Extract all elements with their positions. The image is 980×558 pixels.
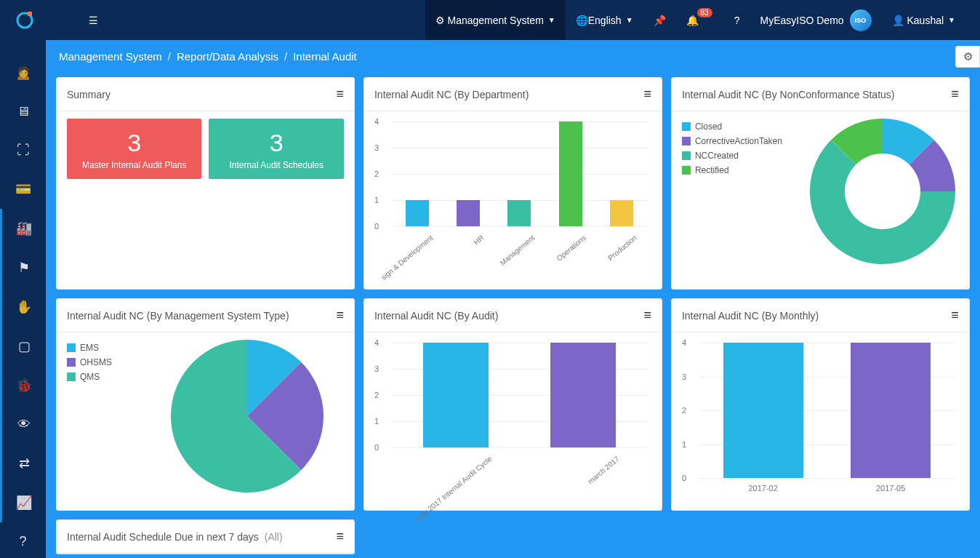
globe-icon: 🌐 bbox=[576, 15, 588, 26]
x-category: Management bbox=[499, 234, 537, 267]
sidebar-person-icon[interactable]: 🙍 bbox=[0, 53, 46, 92]
nav-management-system[interactable]: ⚙ Management System▼ bbox=[425, 0, 566, 40]
legend-item: Rectified bbox=[682, 165, 806, 175]
panel-title: Internal Audit NC (By Management System … bbox=[67, 310, 289, 322]
panel-title: Internal Audit Schedule Due in next 7 da… bbox=[67, 531, 283, 543]
sidebar-help-icon[interactable]: ? bbox=[0, 522, 46, 558]
x-category: sign & Development bbox=[379, 234, 434, 282]
panel-menu-icon[interactable]: ≡ bbox=[643, 308, 651, 323]
tile-number: 3 bbox=[213, 129, 339, 157]
user-label: Kaushal bbox=[907, 15, 944, 26]
chart-audit: 01234uary 2017 Internal Audit Cyclemarch… bbox=[374, 340, 651, 500]
page-settings-button[interactable]: ⚙ bbox=[955, 46, 980, 68]
legend-item: CorrectiveActionTaken bbox=[682, 136, 806, 146]
panel-monthly: Internal Audit NC (By Monthly) ≡ 0123420… bbox=[671, 298, 970, 511]
tile-schedules[interactable]: 3 Internal Audit Schedules bbox=[209, 119, 343, 179]
bar bbox=[550, 343, 616, 447]
pin-icon: 📌 bbox=[654, 15, 666, 26]
panel-dept: Internal Audit NC (By Department) ≡ 0123… bbox=[364, 77, 662, 290]
svg-point-2 bbox=[845, 154, 920, 229]
panel-title: Internal Audit NC (By NonConformance Sta… bbox=[682, 89, 895, 100]
chart-mstype bbox=[150, 340, 344, 500]
nav-language[interactable]: 🌐English▼ bbox=[566, 0, 643, 40]
chevron-down-icon: ▼ bbox=[948, 16, 955, 24]
chart-monthly: 012342017-022017-05 bbox=[682, 340, 959, 500]
legend-item: NCCreated bbox=[682, 151, 806, 161]
panel-menu-icon[interactable]: ≡ bbox=[336, 87, 344, 102]
panel-menu-icon[interactable]: ≡ bbox=[336, 529, 344, 544]
sidebar-industry-icon[interactable]: 🏭 bbox=[0, 209, 46, 248]
tile-master-plans[interactable]: 3 Master Internal Audit Plans bbox=[67, 119, 201, 179]
demo-label: MyEasyISO Demo bbox=[760, 15, 843, 26]
panel-audit: Internal Audit NC (By Audit) ≡ 01234uary… bbox=[364, 298, 662, 511]
chart-dept: 01234sign & DevelopmentHRManagementOpera… bbox=[374, 119, 651, 279]
bar bbox=[507, 200, 531, 226]
tile-number: 3 bbox=[71, 129, 197, 157]
bar bbox=[610, 200, 633, 226]
top-navbar: ☰ ⚙ Management System▼ 🌐English▼ 📌 🔔83 ?… bbox=[0, 0, 980, 40]
legend-item: OHSMS bbox=[67, 357, 150, 367]
breadcrumb: Management System / Report/Data Analysis… bbox=[46, 40, 980, 73]
chart-status bbox=[806, 119, 959, 279]
tile-label: Internal Audit Schedules bbox=[213, 160, 339, 170]
nav-notifications[interactable]: 🔔83 bbox=[676, 0, 724, 40]
sidebar-monitor-icon[interactable]: 🖥 bbox=[0, 92, 46, 131]
sidebar-card-icon[interactable]: 💳 bbox=[0, 170, 46, 209]
bell-icon: 🔔 bbox=[686, 15, 699, 26]
bar bbox=[423, 343, 489, 447]
panel-title: Internal Audit NC (By Audit) bbox=[374, 310, 498, 322]
x-category: uary 2017 Internal Audit Cycle bbox=[414, 455, 493, 523]
sidebar-bug-icon[interactable]: 🐞 bbox=[0, 366, 46, 405]
app-logo bbox=[15, 10, 35, 31]
panel-menu-icon[interactable]: ≡ bbox=[951, 87, 959, 102]
help-icon: ? bbox=[734, 15, 740, 26]
bar bbox=[723, 343, 803, 478]
gear-icon: ⚙ bbox=[435, 15, 445, 26]
sidebar: 🙍 🖥 ⛶ 💳 🏭 ⚑ ✋ ▢ 🐞 👁 ⇄ 📈 ? bbox=[0, 40, 46, 558]
panel-menu-icon[interactable]: ≡ bbox=[643, 87, 651, 102]
chevron-down-icon: ▼ bbox=[626, 16, 633, 24]
nav-user[interactable]: 👤 Kaushal▼ bbox=[882, 0, 965, 40]
breadcrumb-3: Internal Audit bbox=[293, 50, 357, 63]
x-category: 2017-05 bbox=[827, 484, 955, 493]
nav-demo[interactable]: MyEasyISO Demo ISO bbox=[750, 0, 881, 40]
panel-summary: Summary ≡ 3 Master Internal Audit Plans … bbox=[56, 77, 355, 290]
breadcrumb-2[interactable]: Report/Data Analysis bbox=[177, 50, 278, 63]
panel-title: Internal Audit NC (By Department) bbox=[374, 89, 529, 100]
chevron-down-icon: ▼ bbox=[548, 16, 555, 24]
x-category: 2017-02 bbox=[699, 484, 827, 493]
collapse-icon[interactable]: ☰ bbox=[79, 0, 108, 40]
gear-icon: ⚙ bbox=[963, 50, 973, 63]
legend-item: QMS bbox=[67, 372, 150, 382]
panel-title: Summary bbox=[67, 89, 111, 100]
sidebar-hand-icon[interactable]: ✋ bbox=[0, 287, 46, 327]
notification-badge: 83 bbox=[697, 8, 712, 17]
tile-label: Master Internal Audit Plans bbox=[71, 160, 197, 170]
legend-mstype: EMSOHSMSQMS bbox=[67, 340, 150, 500]
panel-status: Internal Audit NC (By NonConformance Sta… bbox=[671, 77, 970, 290]
legend-status: ClosedCorrectiveActionTakenNCCreatedRect… bbox=[682, 119, 806, 279]
org-avatar: ISO bbox=[850, 9, 872, 31]
legend-item: Closed bbox=[682, 121, 806, 132]
panel-menu-icon[interactable]: ≡ bbox=[951, 308, 959, 323]
breadcrumb-sep: / bbox=[284, 50, 287, 63]
bar bbox=[406, 200, 429, 226]
nav-help[interactable]: ? bbox=[724, 0, 750, 40]
nav-pin[interactable]: 📌 bbox=[643, 0, 676, 40]
breadcrumb-sep: / bbox=[168, 50, 171, 63]
sidebar-eye-icon[interactable]: 👁 bbox=[0, 405, 46, 444]
sidebar-flag-icon[interactable]: ⚑ bbox=[0, 248, 46, 287]
nav-ms-label: Management System bbox=[448, 15, 544, 26]
x-category: Production bbox=[606, 234, 638, 262]
sidebar-transfer-icon[interactable]: ⇄ bbox=[0, 444, 46, 483]
legend-item: EMS bbox=[67, 343, 150, 353]
breadcrumb-1[interactable]: Management System bbox=[59, 50, 162, 63]
sidebar-chart-icon[interactable]: 📈 bbox=[0, 483, 46, 522]
sidebar-object-icon[interactable]: ⛶ bbox=[0, 131, 46, 170]
svg-rect-1 bbox=[28, 12, 32, 16]
user-icon: 👤 bbox=[892, 15, 904, 26]
panel-menu-icon[interactable]: ≡ bbox=[336, 308, 344, 323]
nav-lang-label: English bbox=[588, 15, 622, 26]
sidebar-tablet-icon[interactable]: ▢ bbox=[0, 327, 46, 366]
panel-mstype: Internal Audit NC (By Management System … bbox=[56, 298, 355, 511]
